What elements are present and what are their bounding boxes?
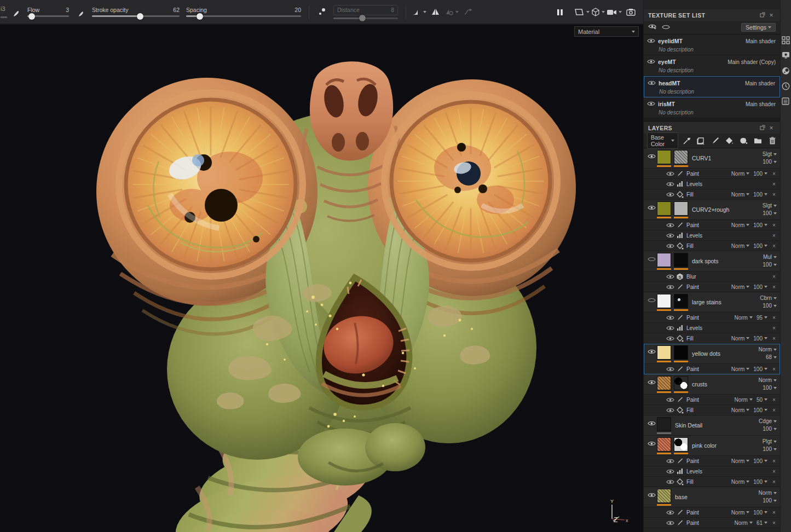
remove-effect-icon[interactable]: ×	[771, 233, 777, 239]
layer-mask-thumbnail[interactable]	[674, 345, 688, 362]
effect-opacity-dropdown[interactable]: 50	[757, 397, 767, 403]
effect-blend-mode-dropdown[interactable]: Norm	[734, 397, 752, 403]
effect-opacity-dropdown[interactable]: 100	[753, 407, 767, 413]
effect-opacity-dropdown[interactable]: 100	[753, 243, 767, 249]
brush-tip-icon[interactable]	[10, 6, 22, 18]
layer-content-thumbnail[interactable]	[657, 253, 671, 270]
effect-opacity-dropdown[interactable]: 95	[757, 315, 767, 321]
scatter-icon[interactable]	[315, 5, 328, 19]
layer-opacity-dropdown[interactable]: 100	[763, 159, 777, 165]
effect-visibility-icon[interactable]	[666, 520, 674, 526]
layer-row[interactable]: Skin DetailCdge100	[644, 415, 780, 435]
effect-visibility-icon[interactable]	[666, 192, 674, 198]
layer-blend-mode-dropdown[interactable]: Cbrn	[760, 295, 777, 301]
layer-blend-mode-dropdown[interactable]: Cdge	[759, 418, 777, 424]
effect-opacity-dropdown[interactable]: 100	[753, 510, 767, 516]
effect-row-levels[interactable]: Levels×	[644, 178, 780, 189]
effect-opacity-dropdown[interactable]: 100	[753, 284, 767, 290]
camera-view-icon[interactable]	[608, 5, 621, 19]
layer-mask-thumbnail[interactable]	[674, 437, 688, 454]
effect-row-paint[interactable]: PaintNorm95×	[644, 312, 780, 322]
layer-row[interactable]: CURV1Slgt100	[644, 148, 780, 168]
effect-visibility-icon[interactable]	[666, 274, 674, 280]
effect-row-levels[interactable]: Levels×	[644, 230, 780, 240]
history-icon[interactable]	[782, 82, 790, 90]
display-mode-icon[interactable]	[575, 5, 588, 19]
effect-row-levels[interactable]: Levels×	[644, 466, 780, 476]
layer-visibility-icon[interactable]	[646, 150, 657, 159]
layer-visibility-icon[interactable]	[646, 376, 657, 385]
close-layers-icon[interactable]: ×	[767, 124, 776, 132]
layer-row[interactable]: baseNorm100	[644, 487, 780, 507]
effect-blend-mode-dropdown[interactable]: Norm	[731, 171, 749, 177]
layer-content-thumbnail[interactable]	[657, 150, 671, 167]
layer-Skin-Detail[interactable]: Skin DetailCdge100	[644, 415, 780, 436]
effect-visibility-icon[interactable]	[666, 315, 674, 321]
effect-blend-mode-dropdown[interactable]: Norm	[731, 479, 749, 485]
brush-tip-hard-icon[interactable]	[74, 6, 86, 18]
effect-opacity-dropdown[interactable]: 100	[753, 192, 767, 198]
texture-set-shader[interactable]: Main shader	[745, 80, 775, 86]
layer-CURV1[interactable]: CURV1Slgt100PaintNorm100×Levels×FillNorm…	[644, 148, 780, 200]
effect-row-paint[interactable]: PaintNorm100×	[644, 219, 780, 230]
layer-row[interactable]: CURV2+roughSlgt100	[644, 200, 780, 219]
effect-visibility-icon[interactable]	[666, 407, 674, 413]
layer-content-thumbnail[interactable]	[657, 437, 671, 454]
remove-effect-icon[interactable]: ×	[771, 458, 777, 464]
layer-opacity-dropdown[interactable]: 100	[763, 303, 777, 309]
visibility-eye-icon[interactable]	[647, 99, 655, 109]
layer-row[interactable]: large stainsCbrn100	[644, 292, 780, 312]
layer-row[interactable]: pink colorPlgt100	[644, 436, 780, 455]
effect-blend-mode-dropdown[interactable]: Norm	[731, 192, 749, 198]
undock-panel-icon[interactable]	[758, 11, 767, 19]
effect-row-paint[interactable]: PaintNorm100×	[644, 363, 780, 374]
layer-CURV2+rough[interactable]: CURV2+roughSlgt100PaintNorm100×Levels×Fi…	[644, 200, 780, 251]
effect-visibility-icon[interactable]	[666, 325, 674, 331]
texture-set-row-headMT[interactable]: headMTMain shaderNo description	[644, 76, 780, 97]
layer-visibility-icon[interactable]	[646, 417, 657, 426]
effect-opacity-dropdown[interactable]: 100	[753, 479, 767, 485]
layer-blend-mode-dropdown[interactable]: Norm	[759, 346, 777, 352]
spacing-slider[interactable]	[186, 15, 301, 17]
layer-blend-mode-dropdown[interactable]: Mul	[763, 254, 777, 260]
effect-row-levels[interactable]: Levels×	[644, 322, 780, 333]
visibility-eye-icon[interactable]	[648, 78, 656, 88]
effect-visibility-icon[interactable]	[666, 284, 674, 290]
layer-content-thumbnail[interactable]	[657, 294, 671, 311]
layer-visibility-icon[interactable]	[646, 489, 657, 498]
flow-slider[interactable]	[27, 15, 69, 17]
add-smart-material-icon[interactable]	[696, 136, 706, 146]
screenshot-icon[interactable]	[624, 5, 637, 19]
layer-crusts[interactable]: crustsNorm100PaintNorm50×FillNorm100×	[644, 374, 780, 415]
geometry-mode-icon[interactable]	[591, 5, 604, 19]
effect-blend-mode-dropdown[interactable]: Norm	[734, 520, 752, 526]
add-smart-mask-icon[interactable]	[739, 136, 748, 146]
layer-content-thumbnail[interactable]	[657, 345, 671, 362]
effect-visibility-icon[interactable]	[666, 181, 674, 187]
remove-effect-icon[interactable]: ×	[771, 336, 777, 342]
remove-effect-icon[interactable]: ×	[771, 407, 777, 413]
remove-effect-icon[interactable]: ×	[771, 274, 777, 280]
texture-set-row-irisMT[interactable]: irisMTMain shaderNo description	[644, 97, 780, 118]
effect-row-paint[interactable]: PaintNorm100×	[644, 168, 780, 178]
add-effect-icon[interactable]	[682, 136, 691, 146]
effect-blend-mode-dropdown[interactable]: Norm	[731, 243, 749, 249]
remove-effect-icon[interactable]: ×	[771, 171, 777, 177]
remove-effect-icon[interactable]: ×	[771, 222, 777, 228]
display-settings-icon[interactable]	[782, 51, 790, 60]
stroke-opacity-value[interactable]: 62	[173, 7, 180, 13]
visibility-eye-icon[interactable]	[647, 57, 655, 67]
layer-opacity-dropdown[interactable]: 100	[763, 262, 777, 268]
layer-pink-color[interactable]: pink colorPlgt100PaintNorm100×Levels×Fil…	[644, 436, 780, 487]
effect-visibility-icon[interactable]	[666, 397, 674, 403]
effect-blend-mode-dropdown[interactable]: Norm	[731, 366, 749, 372]
layer-content-thumbnail[interactable]	[657, 489, 671, 506]
flow-value[interactable]: 3	[66, 7, 69, 13]
layer-opacity-dropdown[interactable]: 100	[763, 446, 777, 452]
remove-effect-icon[interactable]: ×	[771, 397, 777, 403]
layer-row[interactable]: crustsNorm100	[644, 374, 780, 394]
grid-panel-icon[interactable]	[782, 36, 790, 44]
texture-set-shader[interactable]: Main shader	[746, 101, 776, 107]
effect-blend-mode-dropdown[interactable]: Norm	[731, 222, 749, 228]
effect-visibility-icon[interactable]	[666, 510, 674, 516]
